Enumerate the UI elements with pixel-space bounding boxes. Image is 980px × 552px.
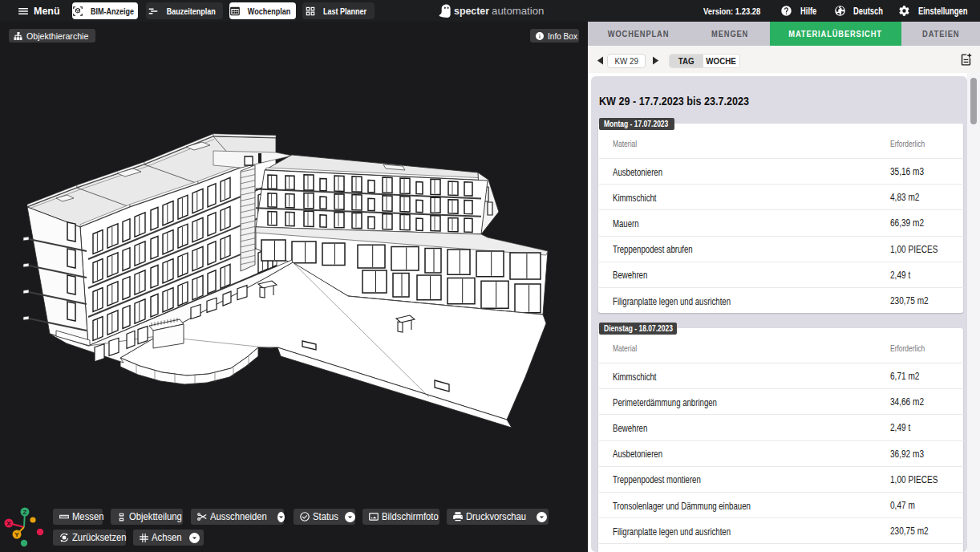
- svg-text:Y: Y: [14, 531, 19, 538]
- svg-text:X: X: [6, 520, 11, 527]
- svg-text:Z: Z: [23, 509, 27, 516]
